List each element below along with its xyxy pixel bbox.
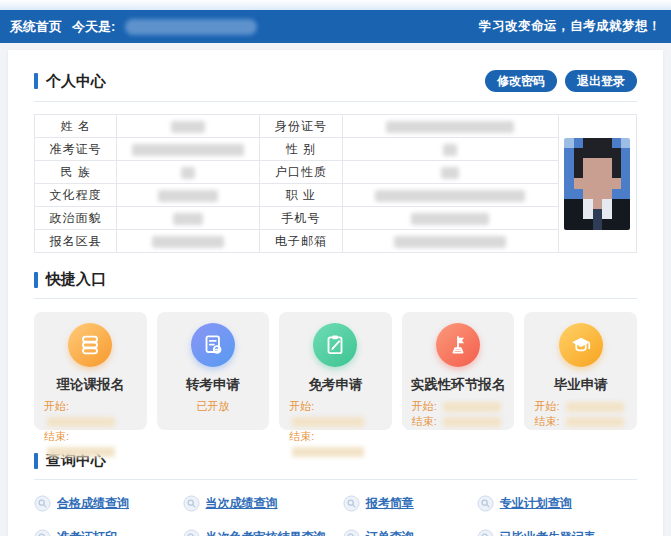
- profile-row: 政治面貌手机号: [35, 207, 637, 230]
- field-label: 政治面貌: [35, 207, 117, 230]
- search-circle-icon: [477, 529, 494, 536]
- field-value-redacted: [117, 230, 260, 253]
- quick-entry-title-text: 快捷入口: [46, 270, 106, 289]
- books-stack-icon: [68, 323, 112, 367]
- clipboard-pencil-icon: [313, 323, 357, 367]
- query-link-label: 报考简章: [366, 495, 414, 512]
- quick-entry-title: 快捷入口: [34, 270, 106, 289]
- field-label: 身份证号: [260, 115, 342, 138]
- profile-row: 准考证号性 别: [35, 138, 637, 161]
- search-circle-icon: [477, 495, 494, 512]
- field-value-redacted: [117, 138, 260, 161]
- query-link-label: 订单查询: [366, 529, 414, 536]
- section-accent-bar: [34, 453, 38, 469]
- section-accent-bar: [34, 73, 38, 89]
- quick-entry-cards: 理论课报名开始: 结束: 转考申请已开放免考申请开始: 结束: 实践性环节报名开…: [34, 312, 637, 430]
- field-value-redacted: [342, 230, 558, 253]
- card-status: 已开放: [157, 399, 270, 414]
- quick-entry-card-books-stack[interactable]: 理论课报名开始: 结束:: [34, 312, 147, 430]
- field-label: 报名区县: [35, 230, 117, 253]
- query-link-label: 已毕业考生登记表: [500, 529, 596, 536]
- field-label: 姓 名: [35, 115, 117, 138]
- personal-center-title-text: 个人中心: [46, 72, 106, 91]
- field-value-redacted: [342, 161, 558, 184]
- field-value-redacted: [342, 207, 558, 230]
- query-link[interactable]: 当次免考审核结果查询: [183, 529, 343, 536]
- profile-table: 姓 名身份证号准考证号性 别民 族户口性质文化程度职 业政治面貌手机号报名区县电…: [34, 114, 637, 253]
- field-value-redacted: [117, 184, 260, 207]
- field-label: 职 业: [260, 184, 342, 207]
- query-link-label: 当次免考审核结果查询: [206, 529, 326, 536]
- field-value-redacted: [117, 207, 260, 230]
- main-content-card: 个人中心 修改密码 退出登录 姓 名身份证号准考证号性 别民 族户口性质文化程度…: [8, 50, 663, 536]
- search-circle-icon: [183, 495, 200, 512]
- profile-row: 民 族户口性质: [35, 161, 637, 184]
- query-link[interactable]: 当次成绩查询: [183, 495, 343, 512]
- section-divider: [34, 101, 637, 102]
- logout-button[interactable]: 退出登录: [565, 70, 637, 92]
- practice-flag-icon: [436, 323, 480, 367]
- nav-home-link[interactable]: 系统首页: [10, 18, 62, 36]
- query-link-label: 准考证打印: [57, 529, 117, 536]
- card-title: 毕业申请: [524, 376, 637, 394]
- slogan-text: 学习改变命运，自考成就梦想！: [479, 18, 661, 35]
- field-value-redacted: [342, 138, 558, 161]
- field-value-redacted: [117, 115, 260, 138]
- change-password-button[interactable]: 修改密码: [485, 70, 557, 92]
- quick-entry-card-clipboard-pencil[interactable]: 免考申请开始: 结束:: [279, 312, 392, 430]
- card-status: 开始: 结束:: [524, 399, 637, 429]
- today-label: 今天是:: [72, 18, 115, 36]
- card-status: 开始: 结束:: [34, 399, 147, 459]
- search-circle-icon: [183, 529, 200, 536]
- field-value-redacted: [342, 184, 558, 207]
- profile-row: 报名区县电子邮箱: [35, 230, 637, 253]
- query-link-label: 专业计划查询: [500, 495, 572, 512]
- field-value-redacted: [117, 161, 260, 184]
- query-link[interactable]: 报考简章: [343, 495, 477, 512]
- search-circle-icon: [34, 495, 51, 512]
- profile-table-body: 姓 名身份证号准考证号性 别民 族户口性质文化程度职 业政治面貌手机号报名区县电…: [35, 115, 637, 253]
- query-link[interactable]: 准考证打印: [34, 529, 183, 536]
- query-link[interactable]: 订单查询: [343, 529, 477, 536]
- card-title: 转考申请: [157, 376, 270, 394]
- card-title: 理论课报名: [34, 376, 147, 394]
- section-divider: [34, 298, 637, 299]
- card-title: 免考申请: [279, 376, 392, 394]
- quick-entry-card-practice-flag[interactable]: 实践性环节报名开始: 结束:: [402, 312, 515, 430]
- today-date-redacted: [125, 19, 257, 35]
- section-accent-bar: [34, 272, 38, 288]
- transfer-document-icon: [191, 323, 235, 367]
- field-label: 民 族: [35, 161, 117, 184]
- personal-center-header: 个人中心 修改密码 退出登录: [34, 50, 637, 92]
- search-circle-icon: [343, 529, 360, 536]
- query-link[interactable]: 专业计划查询: [477, 495, 637, 512]
- card-status: 开始: 结束:: [279, 399, 392, 459]
- field-label: 准考证号: [35, 138, 117, 161]
- quick-entry-header: 快捷入口: [34, 253, 637, 289]
- query-links: 合格成绩查询当次成绩查询报考简章专业计划查询准考证打印当次免考审核结果查询订单查…: [34, 495, 637, 536]
- section-divider: [34, 479, 637, 480]
- query-link-label: 当次成绩查询: [206, 495, 278, 512]
- id-photo-pixelated: [564, 138, 630, 230]
- quick-entry-card-transfer-document[interactable]: 转考申请已开放: [157, 312, 270, 430]
- query-link[interactable]: 已毕业考生登记表: [477, 529, 637, 536]
- profile-row: 姓 名身份证号: [35, 115, 637, 138]
- profile-row: 文化程度职 业: [35, 184, 637, 207]
- query-link[interactable]: 合格成绩查询: [34, 495, 183, 512]
- field-label: 性 别: [260, 138, 342, 161]
- query-link-label: 合格成绩查询: [57, 495, 129, 512]
- field-label: 文化程度: [35, 184, 117, 207]
- field-label: 电子邮箱: [260, 230, 342, 253]
- search-circle-icon: [343, 495, 360, 512]
- quick-entry-card-graduation-cap[interactable]: 毕业申请开始: 结束:: [524, 312, 637, 430]
- field-label: 户口性质: [260, 161, 342, 184]
- header-sky-banner: [0, 0, 671, 10]
- search-circle-icon: [34, 529, 51, 536]
- card-status: 开始: 结束:: [402, 399, 515, 429]
- field-value-redacted: [342, 115, 558, 138]
- field-label: 手机号: [260, 207, 342, 230]
- card-title: 实践性环节报名: [402, 376, 515, 394]
- personal-center-title: 个人中心: [34, 72, 106, 91]
- top-nav-bar: 系统首页 今天是: 学习改变命运，自考成就梦想！: [0, 10, 671, 43]
- graduation-cap-icon: [559, 323, 603, 367]
